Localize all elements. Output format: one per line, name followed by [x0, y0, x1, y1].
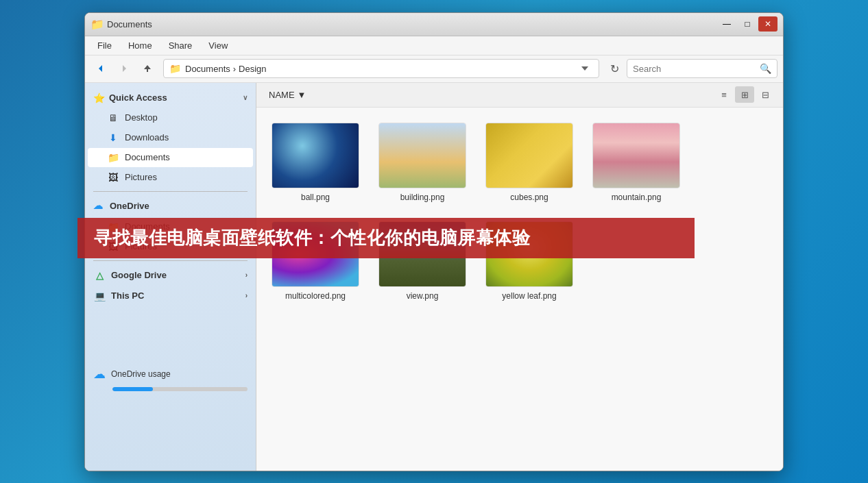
file-name-mountain: mountain.png — [612, 193, 662, 202]
file-name-yellow-leaf: yellow leaf.png — [502, 291, 556, 301]
onedrive-usage-label: OneDrive usage — [111, 369, 171, 379]
sidebar-item-documents-label: Documents — [125, 152, 170, 162]
onedrive-usage-icon: ☁ — [93, 367, 106, 382]
desktop-icon: 🖥 — [107, 112, 119, 124]
file-thumbnail-ball — [272, 123, 359, 188]
this-pc-header[interactable]: 💻 This PC › — [85, 286, 256, 306]
file-name-multicolored: multicolored.png — [285, 291, 346, 301]
menu-file[interactable]: File — [91, 38, 119, 53]
this-pc-expand-icon: › — [245, 292, 248, 299]
sidebar-item-documents[interactable]: 📁 Documents — [88, 148, 253, 167]
thumb-building-preview — [379, 123, 466, 188]
back-button[interactable] — [91, 59, 111, 78]
file-name-building: building.png — [400, 193, 445, 202]
address-separator: › — [233, 64, 236, 74]
file-view: NAME ▼ ≡ ⊞ ⊟ ball.png — [256, 83, 783, 471]
window-icon: 📁 — [91, 18, 103, 30]
window-title: Documents — [107, 19, 717, 29]
file-name-ball: ball.png — [301, 193, 330, 202]
up-button[interactable] — [137, 59, 158, 78]
toolbar: 📁 Documents › Design ↻ 🔍 — [85, 55, 783, 83]
onedrive-usage-bar — [112, 387, 248, 391]
close-button[interactable]: ✕ — [758, 16, 777, 32]
forward-button[interactable] — [114, 59, 134, 78]
menu-share[interactable]: Share — [162, 38, 200, 53]
sidebar-item-desktop[interactable]: 🖥 Desktop — [88, 108, 253, 127]
sidebar-item-downloads-label: Downloads — [125, 132, 169, 143]
content-area: ⭐ Quick Access ∨ 🖥 Desktop ⬇ Downloads 📁… — [85, 83, 783, 471]
thumb-ball-preview — [272, 123, 359, 188]
onedrive-usage-fill — [112, 387, 153, 391]
thumb-mountain-preview — [593, 123, 679, 188]
search-bar[interactable]: 🔍 — [627, 59, 777, 78]
file-name-view: view.png — [407, 291, 439, 301]
quick-access-section: ⭐ Quick Access ∨ 🖥 Desktop ⬇ Downloads 📁… — [85, 88, 256, 187]
menu-view[interactable]: View — [202, 38, 234, 53]
sidebar: ⭐ Quick Access ∨ 🖥 Desktop ⬇ Downloads 📁… — [85, 83, 256, 471]
quick-access-label: Quick Access — [109, 92, 167, 103]
this-pc-label: This PC — [111, 290, 144, 301]
file-item-building[interactable]: building.png — [374, 119, 470, 206]
search-input[interactable] — [633, 64, 756, 74]
file-grid: ball.png building.png cubes.png — [256, 108, 783, 471]
thumb-cubes-preview — [486, 123, 572, 188]
sort-name-button[interactable]: NAME ▼ — [265, 88, 310, 102]
downloads-icon: ⬇ — [107, 132, 119, 144]
quick-access-collapse-icon: ∨ — [243, 94, 248, 101]
window-controls: — □ ✕ — [717, 16, 777, 32]
file-thumbnail-building — [378, 123, 466, 188]
minimize-button[interactable]: — — [717, 16, 736, 32]
google-drive-expand-icon: › — [245, 271, 248, 279]
address-path: Documents › Design — [185, 64, 572, 74]
documents-icon: 📁 — [107, 151, 119, 164]
maximize-button[interactable]: □ — [738, 16, 757, 32]
title-bar: 📁 Documents — □ ✕ — [85, 13, 783, 36]
sort-name-label: NAME — [269, 90, 295, 100]
quick-access-star-icon: ⭐ — [93, 92, 105, 103]
view-grid-button[interactable]: ⊟ — [756, 86, 775, 103]
file-item-ball[interactable]: ball.png — [267, 119, 363, 206]
file-toolbar: NAME ▼ ≡ ⊞ ⊟ — [256, 83, 783, 108]
sidebar-item-pictures-label: Pictures — [125, 172, 157, 182]
file-thumbnail-mountain — [592, 123, 680, 188]
onedrive-header[interactable]: ☁ OneDrive — [85, 196, 256, 216]
view-options: ≡ ⊞ ⊟ — [714, 86, 775, 103]
address-segment-design: Design — [239, 64, 266, 74]
pictures-icon: 🖼 — [107, 171, 119, 184]
sidebar-divider-1 — [93, 191, 248, 192]
view-tiles-button[interactable]: ⊞ — [735, 86, 754, 103]
file-item-mountain[interactable]: mountain.png — [588, 119, 684, 206]
address-folder-icon: 📁 — [169, 63, 181, 74]
google-drive-icon: △ — [93, 269, 106, 282]
quick-access-header[interactable]: ⭐ Quick Access ∨ — [85, 88, 256, 108]
sidebar-item-pictures[interactable]: 🖼 Pictures — [88, 168, 253, 187]
file-item-cubes[interactable]: cubes.png — [481, 119, 577, 206]
view-list-button[interactable]: ≡ — [714, 86, 734, 103]
onedrive-icon: ☁ — [93, 200, 106, 212]
sidebar-divider-2 — [93, 260, 248, 261]
refresh-button[interactable]: ↻ — [605, 59, 624, 78]
sidebar-item-downloads[interactable]: ⬇ Downloads — [88, 128, 253, 147]
file-name-cubes: cubes.png — [510, 193, 548, 202]
banner-text: 寻找最佳电脑桌面壁纸软件：个性化你的电脑屏幕体验 — [94, 227, 530, 248]
search-icon[interactable]: 🔍 — [760, 63, 771, 74]
sort-icon: ▼ — [298, 90, 306, 100]
menu-bar: File Home Share View — [85, 36, 783, 55]
google-drive-label: Google Drive — [111, 270, 167, 280]
file-thumbnail-cubes — [485, 123, 573, 188]
menu-home[interactable]: Home — [121, 38, 159, 53]
this-pc-icon: 💻 — [93, 290, 106, 302]
address-bar[interactable]: 📁 Documents › Design — [163, 59, 599, 78]
address-segment-documents: Documents — [185, 64, 230, 74]
onedrive-usage: ☁ OneDrive usage — [85, 361, 256, 387]
sidebar-item-desktop-label: Desktop — [125, 112, 158, 123]
onedrive-label: OneDrive — [110, 201, 149, 211]
banner-overlay: 寻找最佳电脑桌面壁纸软件：个性化你的电脑屏幕体验 — [77, 218, 695, 258]
address-dropdown-button[interactable] — [577, 59, 593, 78]
google-drive-header[interactable]: △ Google Drive › — [85, 265, 256, 286]
